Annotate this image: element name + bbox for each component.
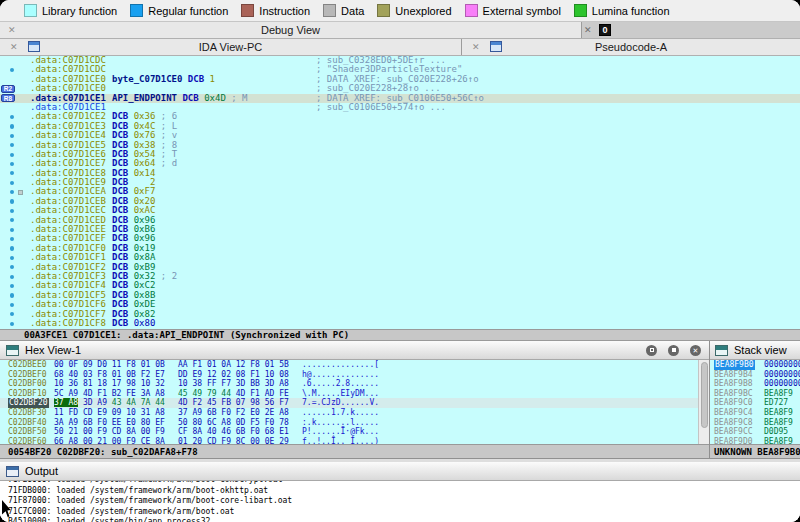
breakpoint-dot[interactable]: [10, 237, 14, 241]
hex-bytes[interactable]: DD E9 12 02 08 F1 10 08: [178, 370, 289, 380]
close-icon[interactable]: ✕: [472, 43, 480, 52]
pseudocode-window-icon: [490, 41, 502, 52]
hex-row[interactable]: C02DBF2037 A8 3D A9 43 4A 7A 444D F2 45 …: [0, 398, 709, 408]
hex-bytes[interactable]: 10 36 81 18 17 98 10 32: [54, 379, 165, 389]
breakpoint-dot[interactable]: [10, 209, 14, 213]
hex-bytes[interactable]: 11 FD CD E9 09 10 31 A8: [54, 408, 165, 418]
code-segment: 3D A9: [78, 398, 112, 407]
breakpoint-dot[interactable]: [10, 181, 14, 185]
stack-value: 00000000: [764, 370, 800, 380]
breakpoint-dot[interactable]: [10, 153, 14, 157]
code-segment: 10 36 81 18 17 98 10 32: [54, 379, 165, 388]
legend-item: External symbol: [465, 4, 561, 17]
stack-row[interactable]: BEA8F9BCBEA8F9: [710, 389, 800, 399]
hex-bytes[interactable]: 00 0F 09 D0 11 F8 01 0B: [54, 360, 165, 370]
output-line: 71F87000: loaded /system/framework/arm/b…: [8, 496, 800, 507]
hex-row[interactable]: C02DBF105C A9 4D F1 B2 FE 3A A845 49 79 …: [0, 389, 709, 399]
output-title: Output: [25, 465, 58, 477]
code-segment: 11 FD CD E9 09 10 31 A8: [54, 408, 165, 417]
stack-row[interactable]: BEA8F9B800000000: [710, 379, 800, 389]
disasm-line[interactable]: .data:C07D1CF8DCB 0x80: [0, 319, 800, 328]
hex-bytes[interactable]: AA F1 01 0A 12 F8 01 5B: [178, 360, 289, 370]
hex-view-panel: Hex View-1 ✕ C02DBEE000 0F 09 D0 11 F8 0…: [0, 341, 709, 458]
breakpoint-dot[interactable]: [10, 115, 14, 119]
hex-bytes[interactable]: 4D F2 45 FB 07 98 56 F7: [178, 398, 289, 408]
dock-icon[interactable]: [646, 345, 657, 356]
hex-bytes[interactable]: 37 A9 6B F0 F2 E0 2E A8: [178, 408, 289, 418]
hex-bytes[interactable]: CF 8A 40 46 6B F0 68 E1: [178, 427, 289, 437]
close-panel-icon[interactable]: ✕: [690, 345, 701, 356]
output-log[interactable]: 71FE6000: loaded /system/framework/arm/b…: [0, 481, 800, 522]
hex-bytes[interactable]: 66 A8 00 21 00 F9 CE 8A: [54, 437, 165, 444]
hex-bytes[interactable]: 01 20 CD F9 8C 00 0E 29: [178, 437, 289, 444]
hex-scrollbar[interactable]: [698, 360, 709, 444]
breakpoint-dot[interactable]: [10, 228, 14, 232]
disassembly-window-icon: [28, 41, 40, 52]
stack-row[interactable]: BEA8F9B000000000: [710, 360, 800, 370]
breakpoint-dot[interactable]: [10, 218, 14, 222]
hex-bytes[interactable]: 50 21 00 F9 CD 8A 00 F9: [54, 427, 165, 437]
close-icon[interactable]: ✕: [8, 26, 16, 35]
stack-row[interactable]: BEA8F9D0BEA8F9: [710, 437, 800, 444]
stack-row[interactable]: BEA8F9C4BEA8F9: [710, 408, 800, 418]
tab-list-icon[interactable]: 0: [599, 24, 611, 36]
hex-bytes[interactable]: 5C A9 4D F1 B2 FE 3A A8: [54, 389, 165, 399]
disassembly-view[interactable]: .data:C07D1CDC; sub_C0328ED0+5DE↑r ....d…: [0, 56, 800, 329]
hex-bytes[interactable]: 68 40 03 F8 01 0B F2 E7: [54, 370, 165, 380]
stack-row[interactable]: BEA8F9CCD0D95: [710, 427, 800, 437]
breakpoint-dot[interactable]: [10, 124, 14, 128]
hex-dump[interactable]: C02DBEE000 0F 09 D0 11 F8 01 0BAA F1 01 …: [0, 360, 709, 444]
hex-bytes[interactable]: 3A A9 6B F0 EE E0 80 EF: [54, 418, 165, 428]
close-icon[interactable]: ✕: [584, 25, 592, 35]
hex-bytes[interactable]: 10 38 FF F7 3D BB 3D A8: [178, 379, 289, 389]
stack-row[interactable]: BEA8F9C0ED727: [710, 398, 800, 408]
code-segment: 50 21 00 F9 CD 8A 00 F9: [54, 427, 165, 436]
hex-row[interactable]: C02DBF403A A9 6B F0 EE E0 80 EF50 80 6C …: [0, 418, 709, 428]
tab-debug-view[interactable]: ✕ Debug View: [0, 22, 582, 38]
stack-dump[interactable]: BEA8F9B000000000BEA8F9B400000000BEA8F9B8…: [710, 360, 800, 444]
breakpoint-dot[interactable]: [10, 322, 14, 326]
breakpoint-dot[interactable]: [10, 293, 14, 297]
hex-bytes[interactable]: 50 80 6C A8 0D F5 F0 78: [178, 418, 289, 428]
hex-scrollbar-thumb[interactable]: [701, 362, 708, 428]
hex-row[interactable]: C02DBEE000 0F 09 D0 11 F8 01 0BAA F1 01 …: [0, 360, 709, 370]
close-icon[interactable]: ✕: [10, 43, 18, 52]
breakpoint-dot[interactable]: [10, 134, 14, 138]
code-segment: 4D F2 45 FB 07 98 56 F7: [178, 398, 289, 407]
legend-swatch: [241, 4, 254, 17]
hex-row[interactable]: C02DBEF068 40 03 F8 01 0B F2 E7DD E9 12 …: [0, 370, 709, 380]
hex-bytes[interactable]: 45 49 79 44 4D F1 AD FE: [178, 389, 289, 399]
code-segment: ; M: [226, 93, 248, 103]
breakpoint-dot[interactable]: [10, 246, 14, 250]
breakpoint-dot[interactable]: [10, 256, 14, 260]
breakpoint-dot[interactable]: [10, 265, 14, 269]
stack-value: BEA8F9: [764, 408, 793, 418]
breakpoint-dot[interactable]: [10, 162, 14, 166]
tab-pseudocode-a-label: Pseudocode-A: [595, 41, 667, 53]
tab-pseudocode-a[interactable]: ✕ Pseudocode-A: [462, 39, 800, 55]
hex-row[interactable]: C02DBF3011 FD CD E9 09 10 31 A837 A9 6B …: [0, 408, 709, 418]
stack-view-header: Stack view: [710, 341, 800, 360]
code-segment: 45 49 79 44: [178, 389, 231, 398]
tab-ida-view-pc[interactable]: ✕ IDA View-PC: [0, 39, 462, 55]
breakpoint-dot[interactable]: [10, 312, 14, 316]
code-segment: 0x4D: [204, 93, 226, 103]
breakpoint-dot[interactable]: [10, 284, 14, 288]
hex-row[interactable]: C02DBF5050 21 00 F9 CD 8A 00 F9CF 8A 40 …: [0, 427, 709, 437]
hex-row[interactable]: C02DBF0010 36 81 18 17 98 10 3210 38 FF …: [0, 379, 709, 389]
breakpoint-dot[interactable]: [10, 143, 14, 147]
breakpoint-dot[interactable]: [10, 303, 14, 307]
hex-bytes[interactable]: 37 A8 3D A9 43 4A 7A 44: [54, 398, 165, 408]
breakpoint-dot[interactable]: [10, 190, 14, 194]
maximize-icon[interactable]: [668, 345, 679, 356]
breakpoint-dot[interactable]: [10, 275, 14, 279]
stack-address: BEA8F9B0: [714, 360, 755, 370]
breakpoint-dot[interactable]: [10, 171, 14, 175]
breakpoint-dot[interactable]: [10, 199, 14, 203]
breakpoint-dot[interactable]: [10, 68, 14, 72]
code-segment: DCB: [188, 74, 210, 84]
stack-row[interactable]: BEA8F9C8BEA8F9: [710, 418, 800, 428]
stack-row[interactable]: BEA8F9B400000000: [710, 370, 800, 380]
comment-text: ; sub_C0106E50+574↑o ...: [316, 103, 446, 112]
hex-row[interactable]: C02DBF6066 A8 00 21 00 F9 CE 8A01 20 CD …: [0, 437, 709, 444]
